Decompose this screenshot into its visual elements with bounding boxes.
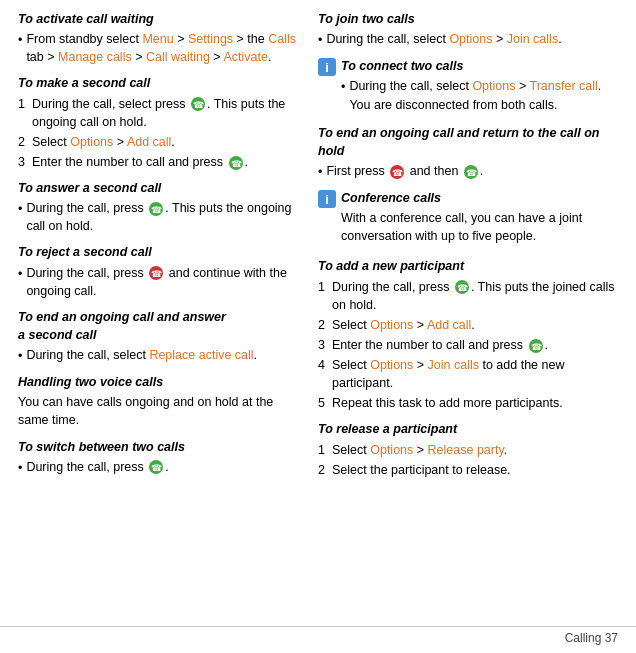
bullet-dot-switch: • — [18, 459, 22, 477]
step-num-add-2: 2 — [318, 316, 332, 334]
footer-left — [0, 631, 565, 645]
bullet-reject: • During the call, press ☎ and continue … — [18, 264, 298, 300]
bullet-text-join: During the call, select Options > Join c… — [326, 30, 618, 48]
bullet-dot-connect: • — [341, 78, 345, 96]
footer-page-info: Calling 37 — [565, 631, 618, 645]
section-title-switch-calls: To switch between two calls — [18, 438, 298, 456]
svg-text:☎: ☎ — [193, 100, 204, 110]
bullet-end-answer: • During the call, select Replace active… — [18, 346, 298, 365]
info-badge-connect: i — [318, 58, 336, 76]
link-options-1: Options — [70, 135, 113, 149]
step-text-add-3: Enter the number to call and press ☎. — [332, 336, 618, 354]
section-title-connect-two-calls: To connect two calls — [341, 57, 618, 75]
link-add-call-1: Add call — [127, 135, 171, 149]
svg-text:i: i — [325, 60, 329, 75]
svg-text:☎: ☎ — [530, 342, 541, 352]
step-num-release-2: 2 — [318, 461, 332, 479]
bullet-text-switch: During the call, press ☎. — [26, 458, 298, 476]
svg-text:☎: ☎ — [465, 168, 476, 178]
section-body-handling-two-voice: You can have calls ongoing and on hold a… — [18, 393, 298, 429]
green-call-button: ☎ — [191, 97, 205, 111]
step-text-add-2: Select Options > Add call. — [332, 316, 618, 334]
bullet-text-activate: From standby select Menu > Settings > th… — [26, 30, 298, 66]
step-text-add-1: During the call, press ☎. This puts the … — [332, 278, 618, 314]
bullet-switch: • During the call, press ☎. — [18, 458, 298, 477]
step-make-3: 3 Enter the number to call and press ☎. — [18, 153, 298, 171]
section-add-participant: To add a new participant 1 During the ca… — [318, 257, 618, 412]
section-title-add-participant: To add a new participant — [318, 257, 618, 275]
link-join-calls-4: Join calls — [428, 358, 479, 372]
step-text-release-2: Select the participant to release. — [332, 461, 618, 479]
step-num-add-4: 4 — [318, 356, 332, 374]
link-release-party: Release party — [428, 443, 504, 457]
section-activate-call-waiting: To activate call waiting • From standby … — [18, 10, 298, 66]
section-end-answer-second: To end an ongoing call and answera secon… — [18, 308, 298, 365]
connect-badge-icon: i — [318, 58, 336, 81]
info-badge-conference: i — [318, 190, 336, 208]
content-area: To activate call waiting • From standby … — [0, 0, 636, 626]
green-call-button-3: ☎ — [149, 202, 163, 216]
bullet-answer: • During the call, press ☎. This puts th… — [18, 199, 298, 235]
svg-text:☎: ☎ — [456, 283, 467, 293]
step-text-make-1: During the call, select press ☎. This pu… — [32, 95, 298, 131]
badge-content-conference: Conference calls With a conference call,… — [341, 189, 618, 249]
red-end-button: ☎ — [149, 266, 163, 280]
green-call-button-switch: ☎ — [149, 460, 163, 474]
link-call-waiting: Call waiting — [146, 50, 210, 64]
svg-text:i: i — [325, 192, 329, 207]
svg-text:☎: ☎ — [151, 463, 162, 473]
section-title-end-answer-second: To end an ongoing call and answera secon… — [18, 308, 298, 344]
step-num-add-5: 5 — [318, 394, 332, 412]
green-call-button-5: ☎ — [455, 280, 469, 294]
link-options-connect: Options — [472, 79, 515, 93]
link-calls: Calls — [268, 32, 296, 46]
link-join-calls: Join calls — [507, 32, 558, 46]
section-title-handling-two-voice: Handling two voice calls — [18, 373, 298, 391]
link-options-add-4: Options — [370, 358, 413, 372]
bullet-text-connect: During the call, select Options > Transf… — [349, 77, 618, 113]
step-release-2: 2 Select the participant to release. — [318, 461, 618, 479]
step-num-2: 2 — [18, 133, 32, 151]
bullet-dot-answer: • — [18, 200, 22, 218]
bullet-text-reject: During the call, press ☎ and continue wi… — [26, 264, 298, 300]
step-num-1: 1 — [18, 95, 32, 113]
svg-text:☎: ☎ — [392, 168, 403, 178]
link-settings: Settings — [188, 32, 233, 46]
section-title-answer-second-call: To answer a second call — [18, 179, 298, 197]
section-release-participant: To release a participant 1 Select Option… — [318, 420, 618, 478]
section-make-second-call: To make a second call 1 During the call,… — [18, 74, 298, 171]
svg-text:☎: ☎ — [151, 269, 162, 279]
section-title-end-return-hold: To end an ongoing call and return to the… — [318, 124, 618, 160]
section-title-release-participant: To release a participant — [318, 420, 618, 438]
step-release-1: 1 Select Options > Release party. — [318, 441, 618, 459]
bullet-join: • During the call, select Options > Join… — [318, 30, 618, 49]
step-add-3: 3 Enter the number to call and press ☎. — [318, 336, 618, 354]
step-text-add-4: Select Options > Join calls to add the n… — [332, 356, 618, 392]
section-title-activate-call-waiting: To activate call waiting — [18, 10, 298, 28]
page: To activate call waiting • From standby … — [0, 0, 636, 653]
badge-content-connect: To connect two calls • During the call, … — [341, 57, 618, 115]
green-call-button-4: ☎ — [464, 165, 478, 179]
step-num-add-3: 3 — [318, 336, 332, 354]
conference-badge-icon: i — [318, 190, 336, 213]
section-answer-second-call: To answer a second call • During the cal… — [18, 179, 298, 235]
bullet-end-return: • First press ☎ and then ☎. — [318, 162, 618, 181]
bullet-text-end-return: First press ☎ and then ☎. — [326, 162, 618, 180]
link-activate: Activate — [223, 50, 267, 64]
step-make-1: 1 During the call, select press ☎. This … — [18, 95, 298, 131]
bullet-dot: • — [18, 31, 22, 49]
section-end-return-hold: To end an ongoing call and return to the… — [318, 124, 618, 181]
step-text-make-3: Enter the number to call and press ☎. — [32, 153, 298, 171]
bullet-activate: • From standby select Menu > Settings > … — [18, 30, 298, 66]
link-options-join: Options — [449, 32, 492, 46]
section-join-two-calls: To join two calls • During the call, sel… — [318, 10, 618, 49]
link-menu: Menu — [142, 32, 173, 46]
step-add-4: 4 Select Options > Join calls to add the… — [318, 356, 618, 392]
link-manage-calls: Manage calls — [58, 50, 132, 64]
step-add-1: 1 During the call, press ☎. This puts th… — [318, 278, 618, 314]
green-call-button-6: ☎ — [529, 339, 543, 353]
section-title-reject-second-call: To reject a second call — [18, 243, 298, 261]
link-options-release: Options — [370, 443, 413, 457]
section-title-make-second-call: To make a second call — [18, 74, 298, 92]
link-replace-active: Replace active call — [149, 348, 253, 362]
